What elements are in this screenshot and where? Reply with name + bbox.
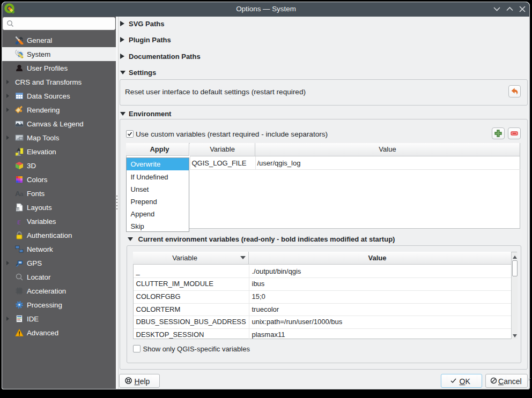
svg-text:ε: ε	[17, 217, 21, 226]
svg-text:a: a	[20, 191, 24, 197]
